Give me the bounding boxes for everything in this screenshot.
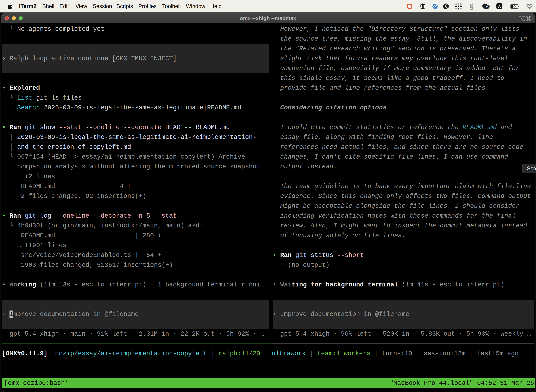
svg-text:..61: ..61 bbox=[484, 6, 488, 9]
svg-text:A: A bbox=[498, 4, 501, 9]
svg-text:1: 1 bbox=[531, 16, 533, 21]
